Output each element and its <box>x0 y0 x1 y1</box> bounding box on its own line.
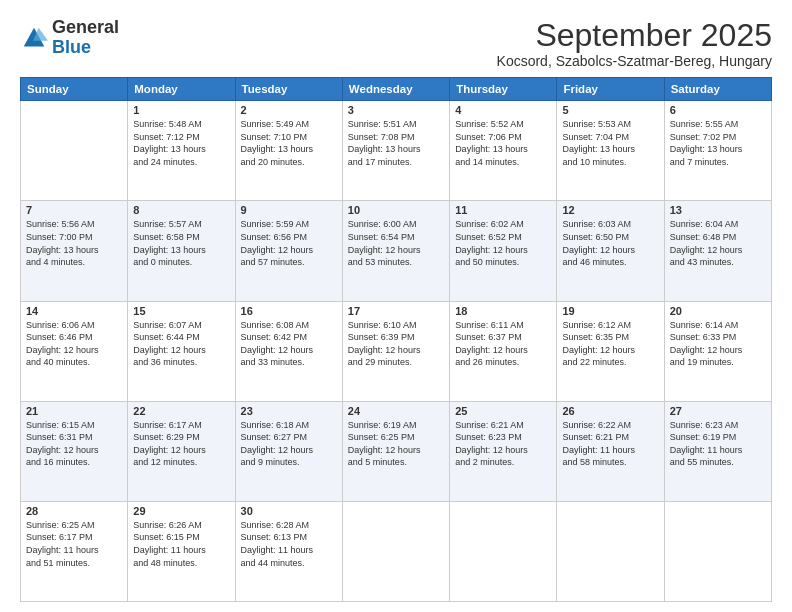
table-row: 18Sunrise: 6:11 AM Sunset: 6:37 PM Dayli… <box>450 301 557 401</box>
day-number: 6 <box>670 104 766 116</box>
table-row: 4Sunrise: 5:52 AM Sunset: 7:06 PM Daylig… <box>450 101 557 201</box>
table-row: 6Sunrise: 5:55 AM Sunset: 7:02 PM Daylig… <box>664 101 771 201</box>
day-number: 20 <box>670 305 766 317</box>
day-info: Sunrise: 6:00 AM Sunset: 6:54 PM Dayligh… <box>348 218 444 268</box>
day-number: 25 <box>455 405 551 417</box>
table-row: 26Sunrise: 6:22 AM Sunset: 6:21 PM Dayli… <box>557 401 664 501</box>
day-info: Sunrise: 6:08 AM Sunset: 6:42 PM Dayligh… <box>241 319 337 369</box>
logo-icon <box>20 24 48 52</box>
day-info: Sunrise: 5:48 AM Sunset: 7:12 PM Dayligh… <box>133 118 229 168</box>
day-number: 4 <box>455 104 551 116</box>
calendar-week-row: 28Sunrise: 6:25 AM Sunset: 6:17 PM Dayli… <box>21 501 772 601</box>
day-info: Sunrise: 6:22 AM Sunset: 6:21 PM Dayligh… <box>562 419 658 469</box>
day-number: 21 <box>26 405 122 417</box>
day-number: 14 <box>26 305 122 317</box>
calendar-week-row: 14Sunrise: 6:06 AM Sunset: 6:46 PM Dayli… <box>21 301 772 401</box>
col-friday: Friday <box>557 78 664 101</box>
logo: General Blue <box>20 18 119 58</box>
day-number: 18 <box>455 305 551 317</box>
table-row: 3Sunrise: 5:51 AM Sunset: 7:08 PM Daylig… <box>342 101 449 201</box>
day-info: Sunrise: 6:02 AM Sunset: 6:52 PM Dayligh… <box>455 218 551 268</box>
table-row: 27Sunrise: 6:23 AM Sunset: 6:19 PM Dayli… <box>664 401 771 501</box>
day-info: Sunrise: 6:17 AM Sunset: 6:29 PM Dayligh… <box>133 419 229 469</box>
table-row <box>342 501 449 601</box>
day-info: Sunrise: 6:11 AM Sunset: 6:37 PM Dayligh… <box>455 319 551 369</box>
day-number: 3 <box>348 104 444 116</box>
table-row: 9Sunrise: 5:59 AM Sunset: 6:56 PM Daylig… <box>235 201 342 301</box>
day-info: Sunrise: 6:15 AM Sunset: 6:31 PM Dayligh… <box>26 419 122 469</box>
day-info: Sunrise: 5:55 AM Sunset: 7:02 PM Dayligh… <box>670 118 766 168</box>
day-number: 12 <box>562 204 658 216</box>
table-row: 25Sunrise: 6:21 AM Sunset: 6:23 PM Dayli… <box>450 401 557 501</box>
day-number: 22 <box>133 405 229 417</box>
day-number: 1 <box>133 104 229 116</box>
table-row: 11Sunrise: 6:02 AM Sunset: 6:52 PM Dayli… <box>450 201 557 301</box>
day-number: 5 <box>562 104 658 116</box>
table-row <box>557 501 664 601</box>
calendar-week-row: 1Sunrise: 5:48 AM Sunset: 7:12 PM Daylig… <box>21 101 772 201</box>
table-row: 5Sunrise: 5:53 AM Sunset: 7:04 PM Daylig… <box>557 101 664 201</box>
location-title: Kocsord, Szabolcs-Szatmar-Bereg, Hungary <box>497 53 772 69</box>
table-row: 29Sunrise: 6:26 AM Sunset: 6:15 PM Dayli… <box>128 501 235 601</box>
day-info: Sunrise: 6:23 AM Sunset: 6:19 PM Dayligh… <box>670 419 766 469</box>
day-number: 8 <box>133 204 229 216</box>
page: General Blue September 2025 Kocsord, Sza… <box>0 0 792 612</box>
day-number: 7 <box>26 204 122 216</box>
day-info: Sunrise: 6:18 AM Sunset: 6:27 PM Dayligh… <box>241 419 337 469</box>
day-number: 11 <box>455 204 551 216</box>
day-number: 19 <box>562 305 658 317</box>
day-info: Sunrise: 6:21 AM Sunset: 6:23 PM Dayligh… <box>455 419 551 469</box>
title-block: September 2025 Kocsord, Szabolcs-Szatmar… <box>497 18 772 69</box>
day-info: Sunrise: 6:19 AM Sunset: 6:25 PM Dayligh… <box>348 419 444 469</box>
table-row: 28Sunrise: 6:25 AM Sunset: 6:17 PM Dayli… <box>21 501 128 601</box>
logo-text-blue: Blue <box>52 38 119 58</box>
day-info: Sunrise: 5:51 AM Sunset: 7:08 PM Dayligh… <box>348 118 444 168</box>
day-number: 10 <box>348 204 444 216</box>
table-row <box>450 501 557 601</box>
col-thursday: Thursday <box>450 78 557 101</box>
table-row: 19Sunrise: 6:12 AM Sunset: 6:35 PM Dayli… <box>557 301 664 401</box>
col-tuesday: Tuesday <box>235 78 342 101</box>
day-info: Sunrise: 6:26 AM Sunset: 6:15 PM Dayligh… <box>133 519 229 569</box>
table-row: 14Sunrise: 6:06 AM Sunset: 6:46 PM Dayli… <box>21 301 128 401</box>
day-info: Sunrise: 6:10 AM Sunset: 6:39 PM Dayligh… <box>348 319 444 369</box>
col-monday: Monday <box>128 78 235 101</box>
table-row: 16Sunrise: 6:08 AM Sunset: 6:42 PM Dayli… <box>235 301 342 401</box>
table-row: 2Sunrise: 5:49 AM Sunset: 7:10 PM Daylig… <box>235 101 342 201</box>
table-row: 15Sunrise: 6:07 AM Sunset: 6:44 PM Dayli… <box>128 301 235 401</box>
month-title: September 2025 <box>497 18 772 53</box>
table-row: 17Sunrise: 6:10 AM Sunset: 6:39 PM Dayli… <box>342 301 449 401</box>
day-number: 27 <box>670 405 766 417</box>
calendar-header-row: Sunday Monday Tuesday Wednesday Thursday… <box>21 78 772 101</box>
day-info: Sunrise: 6:06 AM Sunset: 6:46 PM Dayligh… <box>26 319 122 369</box>
day-info: Sunrise: 5:49 AM Sunset: 7:10 PM Dayligh… <box>241 118 337 168</box>
day-number: 17 <box>348 305 444 317</box>
table-row: 10Sunrise: 6:00 AM Sunset: 6:54 PM Dayli… <box>342 201 449 301</box>
table-row: 21Sunrise: 6:15 AM Sunset: 6:31 PM Dayli… <box>21 401 128 501</box>
day-info: Sunrise: 5:52 AM Sunset: 7:06 PM Dayligh… <box>455 118 551 168</box>
table-row: 30Sunrise: 6:28 AM Sunset: 6:13 PM Dayli… <box>235 501 342 601</box>
calendar-week-row: 21Sunrise: 6:15 AM Sunset: 6:31 PM Dayli… <box>21 401 772 501</box>
col-wednesday: Wednesday <box>342 78 449 101</box>
table-row: 20Sunrise: 6:14 AM Sunset: 6:33 PM Dayli… <box>664 301 771 401</box>
header: General Blue September 2025 Kocsord, Sza… <box>20 18 772 69</box>
day-info: Sunrise: 5:53 AM Sunset: 7:04 PM Dayligh… <box>562 118 658 168</box>
table-row: 8Sunrise: 5:57 AM Sunset: 6:58 PM Daylig… <box>128 201 235 301</box>
day-info: Sunrise: 6:12 AM Sunset: 6:35 PM Dayligh… <box>562 319 658 369</box>
day-number: 24 <box>348 405 444 417</box>
day-info: Sunrise: 6:04 AM Sunset: 6:48 PM Dayligh… <box>670 218 766 268</box>
day-info: Sunrise: 6:14 AM Sunset: 6:33 PM Dayligh… <box>670 319 766 369</box>
day-number: 16 <box>241 305 337 317</box>
day-number: 15 <box>133 305 229 317</box>
day-number: 2 <box>241 104 337 116</box>
table-row: 22Sunrise: 6:17 AM Sunset: 6:29 PM Dayli… <box>128 401 235 501</box>
day-info: Sunrise: 6:03 AM Sunset: 6:50 PM Dayligh… <box>562 218 658 268</box>
table-row: 23Sunrise: 6:18 AM Sunset: 6:27 PM Dayli… <box>235 401 342 501</box>
col-sunday: Sunday <box>21 78 128 101</box>
day-info: Sunrise: 6:25 AM Sunset: 6:17 PM Dayligh… <box>26 519 122 569</box>
day-number: 30 <box>241 505 337 517</box>
day-number: 28 <box>26 505 122 517</box>
day-number: 29 <box>133 505 229 517</box>
day-info: Sunrise: 5:56 AM Sunset: 7:00 PM Dayligh… <box>26 218 122 268</box>
day-number: 13 <box>670 204 766 216</box>
